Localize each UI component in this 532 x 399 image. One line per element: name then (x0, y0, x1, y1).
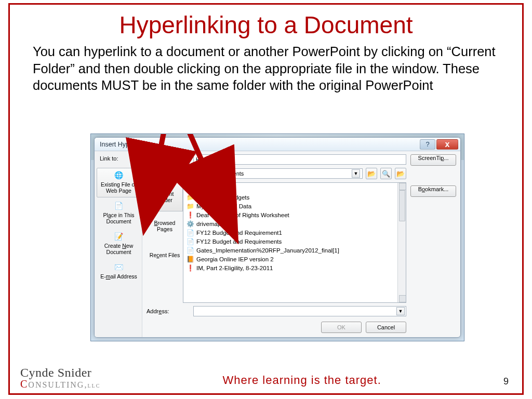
link-to-column: Link to: 🌐 Existing File or Web Page 📄 P… (95, 151, 142, 337)
ok-button[interactable]: OK (321, 322, 362, 333)
look-in-dropdown[interactable]: 📁 My Documents ▼ (193, 168, 363, 179)
file-name: FY12 Budget and Requirements (196, 238, 282, 245)
ppt-icon: 📙 (187, 256, 194, 263)
file-name: drivemapper (196, 221, 230, 227)
file-name: Georgia Online IEP version 2 (196, 256, 274, 262)
look-in-row: Look in: 📁 My Documents ▼ 📂 🔍 📂 (147, 168, 406, 179)
file-row[interactable]: 📄FY12 Budget and Requirements (183, 237, 397, 246)
linkto-create-new[interactable]: 📝 Create New Document (97, 229, 141, 259)
page-number: 9 (503, 376, 512, 389)
file-list[interactable]: 📁BlackBerry📁My Google Gadgets📁My SurveyG… (183, 182, 406, 303)
app-icon: ⚙️ (187, 220, 194, 228)
close-button[interactable]: x (436, 139, 458, 150)
dialog-screenshot: Hyperlinking Slides Insert Hyperlink ? x… (90, 134, 464, 341)
document-icon: 📄 (114, 201, 124, 210)
slide-title: Hyperlinking to a Document (10, 5, 522, 42)
file-name: Deaf Child Bill of Rights Worksheet (196, 212, 289, 218)
open-folder-icon: 📂 (396, 170, 405, 178)
linkto-place-in-doc[interactable]: 📄 Place in This Document (97, 198, 141, 228)
pdf-icon: ❗ (187, 211, 194, 219)
insert-hyperlink-dialog: Insert Hyperlink ? x Link to: 🌐 Existing… (94, 137, 461, 338)
browsed-pages-button[interactable]: Browsed Pages (147, 211, 183, 241)
file-row[interactable]: 📁My SurveyGold Data (183, 202, 397, 210)
browse-area: Current Folder Browsed Pages Recent File… (147, 182, 406, 303)
pdf-icon: ❗ (187, 264, 194, 272)
text-to-display-input[interactable] (193, 154, 406, 165)
text-to-display-label: Text to display: (147, 156, 190, 163)
file-row[interactable]: 📄FY12 Budget and Requirement1 (183, 228, 397, 237)
browse-web-button[interactable]: 🔍 (380, 168, 392, 179)
file-row[interactable]: 📁BlackBerry (183, 184, 397, 193)
doc-icon: 📄 (187, 238, 194, 245)
folder-icon: 📁 (187, 194, 194, 201)
recent-files-button[interactable]: Recent Files (147, 241, 183, 270)
dialog-footer: OK Cancel (147, 320, 406, 333)
link-to-label: Link to: (100, 155, 118, 162)
magnifier-icon: 🔍 (382, 170, 390, 178)
doc-icon: 📄 (187, 229, 194, 236)
cancel-button[interactable]: Cancel (366, 322, 406, 333)
envelope-icon: ✉️ (114, 262, 124, 272)
slide-frame: Hyperlinking to a Document You can hyper… (8, 3, 524, 395)
dialog-main-column: Text to display: Look in: 📁 My Documents… (142, 151, 410, 337)
folder-view-nav: Current Folder Browsed Pages Recent File… (147, 182, 183, 303)
linkto-existing-file[interactable]: 🌐 Existing File or Web Page (97, 168, 141, 197)
slide-footer: Cynde Snider CONSULTING,LLC Where learni… (20, 366, 512, 389)
file-name: Gates_Implementation%20RFP_January2012_f… (196, 247, 339, 254)
up-folder-icon: 📂 (367, 170, 376, 178)
address-row: Address: ▼ (147, 306, 406, 316)
file-name: My SurveyGold Data (196, 203, 251, 209)
file-name: IM, Part 2-Eligility, 8-23-2011 (196, 265, 273, 271)
browse-file-button[interactable]: 📂 (395, 168, 406, 179)
file-name: BlackBerry (196, 185, 225, 192)
bookmark-button[interactable]: Bookmark... (410, 185, 456, 197)
slide-body-text: You can hyperlink to a document or anoth… (10, 42, 522, 94)
file-name: FY12 Budget and Requirement1 (196, 230, 282, 236)
folder-icon: 📁 (187, 185, 194, 192)
address-label: Address: (147, 308, 190, 314)
globe-page-icon: 🌐 (114, 170, 124, 180)
file-row[interactable]: ⚙️drivemapper (183, 219, 397, 228)
dialog-title: Insert Hyperlink (100, 141, 145, 148)
logo-name: Cynde Snider (20, 366, 100, 379)
help-button[interactable]: ? (420, 139, 435, 150)
up-folder-button[interactable]: 📂 (366, 168, 377, 179)
text-to-display-row: Text to display: (147, 154, 406, 165)
file-row[interactable]: ❗Deaf Child Bill of Rights Worksheet (183, 210, 397, 219)
dropdown-arrow-icon: ▼ (396, 307, 405, 315)
logo-consulting: CONSULTING,LLC (20, 379, 100, 389)
file-row[interactable]: 📁My Google Gadgets (183, 193, 397, 202)
folder-icon: 📁 (187, 203, 194, 210)
right-button-column: ScreenTip... Bookmark... (410, 151, 460, 337)
doc-icon: 📄 (187, 247, 194, 254)
tagline: Where learning is the target. (100, 374, 503, 389)
file-row[interactable]: 📄Gates_Implementation%20RFP_January2012_… (183, 246, 397, 255)
folder-icon: 📁 (196, 170, 204, 177)
screentip-button[interactable]: ScreenTip... (410, 154, 456, 166)
linkto-email[interactable]: ✉️ E-mail Address (97, 260, 141, 283)
dropdown-arrow-icon: ▼ (352, 169, 360, 178)
file-row[interactable]: 📙Georgia Online IEP version 2 (183, 255, 397, 263)
look-in-label: Look in: (147, 170, 190, 177)
logo: Cynde Snider CONSULTING,LLC (20, 366, 100, 389)
address-dropdown[interactable]: ▼ (193, 306, 406, 316)
new-document-icon: 📝 (114, 232, 124, 241)
current-folder-button[interactable]: Current Folder (147, 182, 183, 211)
file-row[interactable]: ❗IM, Part 2-Eligility, 8-23-2011 (183, 263, 397, 272)
dialog-titlebar: Insert Hyperlink ? x (95, 138, 460, 151)
scrollbar[interactable] (397, 183, 406, 302)
file-name: My Google Gadgets (196, 194, 249, 201)
